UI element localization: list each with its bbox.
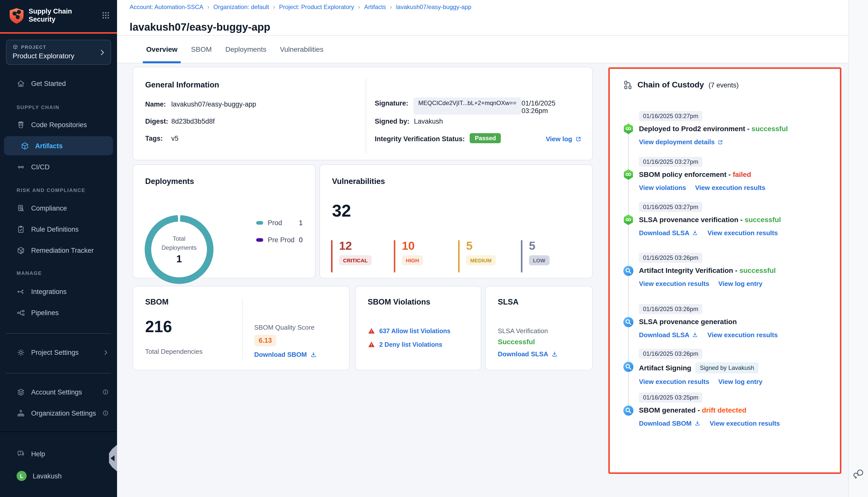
view-execution-results-link[interactable]: View execution results [710, 420, 780, 427]
sidebar-item-label: Code Repositories [31, 121, 87, 128]
event-timestamp: 01/16/2025 03:27pm [639, 111, 702, 121]
quality-score-value: 6.13 [254, 335, 276, 346]
deny-list-violations-link[interactable]: 2 Deny list Violations [379, 341, 442, 348]
allow-list-violations-link[interactable]: 637 Allow list Violations [379, 327, 450, 335]
event-timestamp: 01/16/2025 03:26pm [639, 253, 702, 263]
sidebar-item-organization-settings[interactable]: Organization Settings [0, 403, 117, 423]
sidebar-item-account-settings[interactable]: Account Settings [0, 382, 117, 401]
page-title: lavakush07/easy-buggy-app [130, 21, 270, 33]
view-execution-results-link[interactable]: View execution results [708, 229, 778, 237]
sidebar-item-cicd[interactable]: CI/CD [0, 157, 117, 176]
sidebar-item-code-repositories[interactable]: Code Repositories [0, 115, 117, 134]
info-icon [102, 388, 109, 396]
event-timestamp: 01/16/2025 03:26pm [639, 349, 702, 359]
event-title: SBOM generated - drift detected [639, 406, 747, 414]
sidebar-item-project-settings[interactable]: Project Settings [0, 343, 117, 362]
org-chart-icon [17, 409, 25, 417]
download-slsa-link[interactable]: Download SLSA [498, 350, 558, 358]
critical-stat: 12 CRITICAL [331, 240, 372, 272]
event-title: SBOM policy enforcement - failed [639, 170, 751, 179]
sidebar-item-label: Artifacts [35, 142, 63, 150]
card-title: SBOM [145, 298, 169, 307]
event-title: Artifact SigningSigned by Lavakush [639, 362, 759, 373]
sidebar-item-label: CI/CD [31, 163, 50, 171]
pipelines-flow-icon [17, 308, 25, 317]
event-timestamp: 01/16/2025 03:27pm [639, 202, 702, 212]
sidebar-item-label: Get Started [31, 80, 66, 87]
section-risk-and-compliance: RISK AND COMPLIANCE [17, 187, 85, 193]
sidebar-item-artifacts[interactable]: Artifacts [4, 136, 113, 155]
sidebar-footer: ? Help L Lavakush [0, 431, 117, 497]
sidebar-item-user[interactable]: L Lavakush [0, 466, 117, 485]
download-sbom-link[interactable]: Download SBOM [639, 420, 700, 427]
scan-icon [622, 404, 634, 416]
vulnerabilities-card: Vulnerabilities 32 12 CRITICAL 10 HIGH 5… [319, 164, 593, 279]
sidebar-item-pipelines[interactable]: Pipelines [0, 303, 117, 322]
download-sbom-link[interactable]: Download SBOM [254, 351, 317, 358]
sidebar-item-label: Rule Definitions [31, 225, 78, 233]
sidebar-item-label: Remediation Tracker [31, 246, 94, 254]
download-slsa-link[interactable]: Download SLSA [639, 331, 698, 339]
view-execution-results-link[interactable]: View execution results [639, 280, 709, 287]
breadcrumb-organization-link[interactable]: Organization: default [214, 3, 269, 11]
view-execution-results-link[interactable]: View execution results [708, 331, 778, 339]
panel-title: Chain of Custody [637, 81, 704, 89]
signed-by-badge: Signed by Lavakush [695, 362, 758, 373]
sidebar-item-rule-definitions[interactable]: Rule Definitions [0, 219, 117, 239]
signature-label: Signature: [375, 99, 408, 115]
chat-bubbles-icon[interactable] [853, 468, 865, 480]
digest-label: Digest: [145, 117, 171, 125]
signed-by-label: Signed by: [375, 117, 409, 125]
name-label: Name: [145, 100, 171, 108]
app-switcher-grid-icon[interactable] [101, 11, 110, 19]
breadcrumb-project-link[interactable]: Project: Product Exploratory [279, 3, 354, 11]
view-deployment-details-link[interactable]: View deployment details [639, 138, 723, 146]
sidebar-item-get-started[interactable]: Get Started [0, 74, 117, 93]
view-log-entry-link[interactable]: View log entry [718, 378, 763, 385]
breadcrumb-account-link[interactable]: Account: Automation-SSCA [130, 3, 203, 11]
scan-icon [622, 265, 634, 277]
scan-icon [622, 316, 634, 328]
tab-bar: Overview SBOM Deployments Vulnerabilitie… [117, 36, 849, 63]
right-gutter [849, 0, 868, 497]
total-deployments-value: 1 [176, 253, 182, 265]
sidebar-item-integrations[interactable]: Integrations [0, 282, 117, 301]
tab-sbom[interactable]: SBOM [191, 45, 212, 53]
events-count: (7 events) [709, 81, 739, 89]
sidebar-item-compliance[interactable]: Compliance [0, 199, 117, 217]
severity-badge: MEDIUM [466, 255, 495, 265]
tab-vulnerabilities[interactable]: Vulnerabilities [280, 45, 323, 53]
severity-badge: CRITICAL [339, 255, 372, 265]
card-title: SLSA [498, 298, 519, 307]
help-chat-icon: ? [17, 450, 25, 458]
sidebar-item-label: Integrations [31, 288, 67, 295]
pipeline-icon [622, 123, 634, 135]
project-selector[interactable]: PROJECT Product Exploratory [6, 40, 111, 65]
tags-value: v5 [171, 135, 178, 142]
tab-deployments[interactable]: Deployments [225, 45, 266, 53]
view-execution-results-link[interactable]: View execution results [695, 184, 765, 191]
breadcrumb-artifact-name-link[interactable]: lavakush07/easy-buggy-app [396, 3, 472, 11]
sidebar-item-remediation-tracker[interactable]: Remediation Tracker [0, 241, 117, 260]
total-dependencies-value: 216 [145, 317, 172, 336]
warning-triangle-icon [368, 341, 375, 348]
artifacts-cube-icon [20, 141, 29, 150]
infinity-icon [17, 162, 25, 171]
view-violations-link[interactable]: View violations [639, 184, 686, 191]
severity-badge: HIGH [402, 255, 423, 265]
download-slsa-link[interactable]: Download SLSA [639, 229, 698, 237]
coc-event-sbom-policy: 01/16/2025 03:27pm SBOM policy enforceme… [610, 157, 826, 197]
sidebar-item-help[interactable]: ? Help [0, 444, 117, 463]
tab-overview[interactable]: Overview [146, 45, 177, 53]
integrity-label: Integrity Verification Status: [375, 135, 465, 143]
view-log-entry-link[interactable]: View log entry [718, 280, 763, 287]
view-execution-results-link[interactable]: View execution results [639, 378, 709, 385]
card-title: Vulnerabilities [332, 177, 385, 186]
view-log-link[interactable]: View log [546, 135, 582, 143]
divider [6, 373, 111, 373]
low-stat: 5 LOW [521, 240, 549, 272]
integrations-share-icon [17, 287, 25, 296]
event-title: SLSA provenance generation [639, 317, 737, 326]
prod-value: 1 [299, 219, 303, 227]
breadcrumb-artifacts-link[interactable]: Artifacts [364, 3, 386, 11]
